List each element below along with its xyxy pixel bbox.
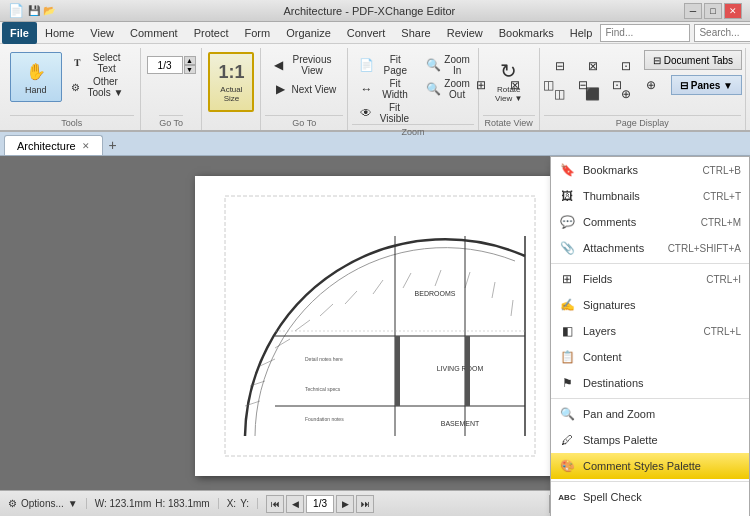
toolbar-icon4[interactable]: ⊟ xyxy=(567,74,599,96)
svg-text:Technical specs: Technical specs xyxy=(305,386,341,392)
find-area xyxy=(600,24,750,42)
tools-icon: ⚙ xyxy=(71,79,82,95)
comments-icon: 💬 xyxy=(559,214,575,230)
maximize-button[interactable]: □ xyxy=(704,3,722,19)
panes-layers[interactable]: ◧ Layers CTRL+L xyxy=(551,318,749,344)
stamps-icon: 🖊 xyxy=(559,432,575,448)
architecture-tab[interactable]: Architecture ✕ xyxy=(4,135,103,155)
select-text-button[interactable]: 𝐓 Select Text xyxy=(64,52,134,74)
doc-tabs-icon: ⊟ xyxy=(653,55,661,66)
panes-thumbnails[interactable]: 🖼 Thumbnails CTRL+T xyxy=(551,183,749,209)
panes-attachments[interactable]: 📎 Attachments CTRL+SHIFT+A xyxy=(551,235,749,261)
pan-zoom-icon: 🔍 xyxy=(559,406,575,422)
spell-check-icon: ABC xyxy=(559,489,575,505)
panes-pan-zoom[interactable]: 🔍 Pan and Zoom xyxy=(551,401,749,427)
new-tab-button[interactable]: + xyxy=(103,135,123,155)
menu-view[interactable]: View xyxy=(82,22,122,44)
menu-bookmarks[interactable]: Bookmarks xyxy=(491,22,562,44)
page-group-label: Go To xyxy=(159,115,183,128)
goto-group-label: Go To xyxy=(265,115,343,128)
separator3 xyxy=(551,481,749,482)
menu-protect[interactable]: Protect xyxy=(186,22,237,44)
fields-icon: ⊞ xyxy=(559,271,575,287)
panes-button[interactable]: ⊟ Panes ▼ xyxy=(671,75,742,95)
panes-stamps-palette[interactable]: 🖊 Stamps Palette xyxy=(551,427,749,453)
panes-spell-check[interactable]: ABC Spell Check xyxy=(551,484,749,510)
svg-rect-11 xyxy=(395,336,400,406)
search-input[interactable] xyxy=(694,24,750,42)
last-page-button[interactable]: ⏭ xyxy=(356,495,374,513)
next-view-icon: ▶ xyxy=(272,81,288,97)
document-tabs-button[interactable]: ⊟ Document Tabs xyxy=(644,50,742,70)
destinations-icon: ⚑ xyxy=(559,375,575,391)
page-down-arrow[interactable]: ▼ xyxy=(184,65,196,74)
next-page-button[interactable]: ▶ xyxy=(336,495,354,513)
toolbar-icon2[interactable]: ⊠ xyxy=(499,74,531,96)
thumbnails-icon: 🖼 xyxy=(559,188,575,204)
toolbar-icon6[interactable]: ⊕ xyxy=(635,74,667,96)
toolbar-icon5[interactable]: ⊡ xyxy=(601,74,633,96)
next-view-button[interactable]: ▶ Next View xyxy=(265,78,343,100)
menu-file[interactable]: File xyxy=(2,22,37,44)
attachments-icon: 📎 xyxy=(559,240,575,256)
svg-text:Foundation notes: Foundation notes xyxy=(305,416,344,422)
fit-visible-button[interactable]: 👁 Fit Visible xyxy=(352,102,420,124)
zoom-out-icon: 🔍 xyxy=(426,81,441,97)
actual-size-button[interactable]: 1:1 ActualSize xyxy=(208,52,254,112)
panes-destinations[interactable]: ⚑ Destinations xyxy=(551,370,749,396)
prev-view-icon: ◀ xyxy=(272,57,284,73)
tools-group-label: Tools xyxy=(10,115,134,128)
svg-rect-12 xyxy=(465,336,470,406)
menu-home[interactable]: Home xyxy=(37,22,82,44)
fit-width-icon: ↔ xyxy=(359,81,374,97)
panes-fields[interactable]: ⊞ Fields CTRL+I xyxy=(551,266,749,292)
menu-help[interactable]: Help xyxy=(562,22,601,44)
first-page-button[interactable]: ⏮ xyxy=(266,495,284,513)
options-icon: ⚙ xyxy=(8,498,17,509)
page-display-label: Page Display xyxy=(544,115,741,128)
menu-convert[interactable]: Convert xyxy=(339,22,394,44)
dimensions-section: W: 123.1mm H: 183.1mm xyxy=(95,498,219,509)
toolbar-icon1[interactable]: ⊞ xyxy=(465,74,497,96)
menu-review[interactable]: Review xyxy=(439,22,491,44)
zoom-in-icon: 🔍 xyxy=(426,57,441,73)
main-content: BEDROOMS LIVING ROOM BASEMENT Detail not… xyxy=(0,156,750,490)
y-label: Y: xyxy=(240,498,249,509)
fit-page-button[interactable]: 📄 Fit Page xyxy=(352,54,420,76)
panes-signatures[interactable]: ✍ Signatures xyxy=(551,292,749,318)
panes-comment-styles[interactable]: 🎨 Comment Styles Palette xyxy=(551,453,749,479)
hand-tool-button[interactable]: ✋ Hand xyxy=(10,52,62,102)
menu-comment[interactable]: Comment xyxy=(122,22,186,44)
layers-icon: ◧ xyxy=(559,323,575,339)
title-bar: 📄 💾 📂 Architecture - PDF-XChange Editor … xyxy=(0,0,750,22)
fit-width-button[interactable]: ↔ Fit Width xyxy=(352,78,420,100)
other-tools-button[interactable]: ⚙ Other Tools ▼ xyxy=(64,76,134,98)
toolbar-icon3[interactable]: ◫ xyxy=(533,74,565,96)
svg-text:BASEMENT: BASEMENT xyxy=(441,420,480,427)
menu-share[interactable]: Share xyxy=(393,22,438,44)
svg-text:BEDROOMS: BEDROOMS xyxy=(415,290,456,297)
prev-page-button[interactable]: ◀ xyxy=(286,495,304,513)
options-label[interactable]: Options... xyxy=(21,498,64,509)
panes-comments[interactable]: 💬 Comments CTRL+M xyxy=(551,209,749,235)
close-button[interactable]: ✕ xyxy=(724,3,742,19)
panes-dropdown-menu: 🔖 Bookmarks CTRL+B 🖼 Thumbnails CTRL+T 💬… xyxy=(550,156,750,516)
menu-organize[interactable]: Organize xyxy=(278,22,339,44)
panes-bookmarks[interactable]: 🔖 Bookmarks CTRL+B xyxy=(551,157,749,183)
page-input[interactable] xyxy=(306,495,334,513)
page-number-input[interactable] xyxy=(147,56,183,74)
panes-document-recovery[interactable]: 📄 Document Recovery xyxy=(551,510,749,516)
previous-view-button[interactable]: ◀ Previous View xyxy=(265,54,343,76)
tab-close-button[interactable]: ✕ xyxy=(82,141,90,151)
dropdown-arrow-icon: ▼ xyxy=(68,498,78,509)
separator1 xyxy=(551,263,749,264)
menu-bar: File Home View Comment Protect Form Orga… xyxy=(0,22,750,44)
panes-content[interactable]: 📋 Content xyxy=(551,344,749,370)
fit-visible-icon: 👁 xyxy=(359,105,373,121)
menu-form[interactable]: Form xyxy=(237,22,279,44)
select-text-icon: 𝐓 xyxy=(71,55,84,71)
page-up-arrow[interactable]: ▲ xyxy=(184,56,196,65)
find-input[interactable] xyxy=(600,24,690,42)
minimize-button[interactable]: ─ xyxy=(684,3,702,19)
tab-label: Architecture xyxy=(17,140,76,152)
